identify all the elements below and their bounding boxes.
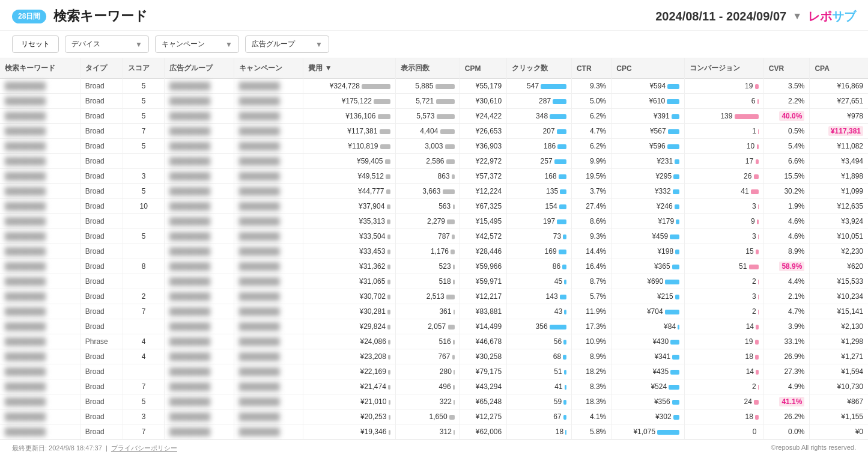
cpa-cell: ¥2,130	[810, 319, 868, 334]
impressions-cell: 3,663	[395, 184, 460, 199]
cpm-cell: ¥30,610	[460, 94, 506, 109]
ctr-cell: 5.0%	[571, 94, 611, 109]
col-type[interactable]: タイプ	[80, 58, 123, 79]
cpc-cell: ¥1,075	[612, 424, 685, 440]
cvr-cell: 3.9%	[763, 319, 810, 334]
table-row: ████████Broad2████████████████¥30,702 2,…	[0, 289, 868, 304]
cost-cell: ¥24,086	[303, 334, 395, 349]
col-conversions[interactable]: コンバージョン	[685, 58, 763, 79]
privacy-link[interactable]: プライバシーポリシー	[111, 444, 177, 452]
cvr-cell: 6.6%	[763, 154, 810, 169]
adgroup-cell: ████████	[165, 199, 234, 214]
type-cell: Broad	[80, 124, 123, 139]
col-cvr[interactable]: CVR	[763, 58, 810, 79]
cost-cell: ¥31,362	[303, 259, 395, 274]
cpa-cell: ¥27,651	[810, 94, 868, 109]
ctr-cell: 10.9%	[571, 334, 611, 349]
cpm-cell: ¥65,248	[460, 394, 506, 409]
type-cell: Broad	[80, 289, 123, 304]
cpa-cell: ¥12,635	[810, 199, 868, 214]
col-keyword[interactable]: 検索キーワード	[0, 58, 80, 79]
score-cell: 2	[123, 289, 165, 304]
col-cpm[interactable]: CPM	[460, 58, 506, 79]
col-ctr[interactable]: CTR	[571, 58, 611, 79]
clicks-cell: 186	[507, 139, 572, 154]
cost-cell: ¥30,702	[303, 289, 395, 304]
cost-cell: ¥21,010	[303, 394, 395, 409]
impressions-cell: 4,404	[395, 124, 460, 139]
cpm-cell: ¥12,224	[460, 184, 506, 199]
adgroup-cell: ████████	[165, 304, 234, 319]
impressions-cell: 2,513	[395, 289, 460, 304]
type-cell: Broad	[80, 229, 123, 244]
col-cpc[interactable]: CPC	[612, 58, 685, 79]
cvr-cell: 2.2%	[763, 94, 810, 109]
col-cpa[interactable]: CPA	[810, 58, 868, 79]
clicks-cell: 45	[507, 274, 572, 289]
score-cell	[123, 274, 165, 289]
score-cell: 4	[123, 349, 165, 364]
adgroup-filter-label: 広告グループ	[252, 39, 295, 49]
type-cell: Broad	[80, 109, 123, 124]
adgroup-filter-dropdown[interactable]: 広告グループ ▼	[245, 35, 329, 53]
score-cell: 7	[123, 424, 165, 440]
cpa-cell: ¥15,141	[810, 304, 868, 319]
adgroup-cell: ████████	[165, 379, 234, 394]
ctr-cell: 9.3%	[571, 229, 611, 244]
score-cell	[123, 364, 165, 379]
cpa-cell: ¥10,730	[810, 379, 868, 394]
clicks-cell: 197	[507, 214, 572, 229]
date-dropdown-arrow[interactable]: ▼	[792, 11, 802, 22]
cpc-cell: ¥295	[612, 169, 685, 184]
score-cell	[123, 319, 165, 334]
clicks-cell: 143	[507, 289, 572, 304]
cpc-cell: ¥179	[612, 214, 685, 229]
col-score[interactable]: スコア	[123, 58, 165, 79]
score-cell: 5	[123, 109, 165, 124]
campaign-cell: ████████	[234, 199, 303, 214]
cost-cell: ¥59,405	[303, 154, 395, 169]
ctr-cell: 5.8%	[571, 424, 611, 440]
campaign-cell: ████████	[234, 334, 303, 349]
adgroup-cell: ████████	[165, 139, 234, 154]
last-updated-label: 最終更新日: 2024/9/8 18:47:37	[12, 444, 102, 452]
clicks-cell: 68	[507, 349, 572, 364]
col-campaign[interactable]: キャンペーン	[234, 58, 303, 79]
cpa-cell: ¥620	[810, 259, 868, 274]
campaign-cell: ████████	[234, 364, 303, 379]
col-adgroup[interactable]: 広告グループ	[165, 58, 234, 79]
ctr-cell: 9.3%	[571, 79, 611, 94]
cpc-cell: ¥198	[612, 244, 685, 259]
cvr-cell: 27.3%	[763, 364, 810, 379]
campaign-filter-label: キャンペーン	[162, 39, 205, 49]
header: 28日間 検索キーワード 2024/08/11 - 2024/09/07 ▼ レ…	[0, 0, 868, 31]
conversions-cell: 41	[685, 184, 763, 199]
cost-cell: ¥22,169	[303, 364, 395, 379]
clicks-cell: 73	[507, 229, 572, 244]
cpa-cell: ¥3,494	[810, 154, 868, 169]
clicks-cell: 43	[507, 304, 572, 319]
col-impressions[interactable]: 表示回数	[395, 58, 460, 79]
cvr-cell: 26.2%	[763, 409, 810, 424]
campaign-cell: ████████	[234, 319, 303, 334]
cpc-cell: ¥596	[612, 139, 685, 154]
campaign-filter-dropdown[interactable]: キャンペーン ▼	[155, 35, 239, 53]
reset-button[interactable]: リセット	[12, 35, 59, 53]
type-cell: Broad	[80, 139, 123, 154]
conversions-cell: 1	[685, 124, 763, 139]
cvr-cell: 41.1%	[763, 394, 810, 409]
conversions-cell: 9	[685, 214, 763, 229]
adgroup-cell: ████████	[165, 274, 234, 289]
col-cost[interactable]: 費用 ▼	[303, 58, 395, 79]
device-filter-dropdown[interactable]: デバイス ▼	[65, 35, 149, 53]
ctr-cell: 5.7%	[571, 289, 611, 304]
conversions-cell: 18	[685, 409, 763, 424]
cpa-cell: ¥11,082	[810, 139, 868, 154]
type-cell: Broad	[80, 154, 123, 169]
col-clicks[interactable]: クリック数	[507, 58, 572, 79]
table-row: ████████Broad████████████████¥35,313 2,2…	[0, 214, 868, 229]
clicks-cell: 56	[507, 334, 572, 349]
table-row: ████████Broad8████████████████¥31,362 52…	[0, 259, 868, 274]
cpm-cell: ¥22,972	[460, 154, 506, 169]
clicks-cell: 348	[507, 109, 572, 124]
